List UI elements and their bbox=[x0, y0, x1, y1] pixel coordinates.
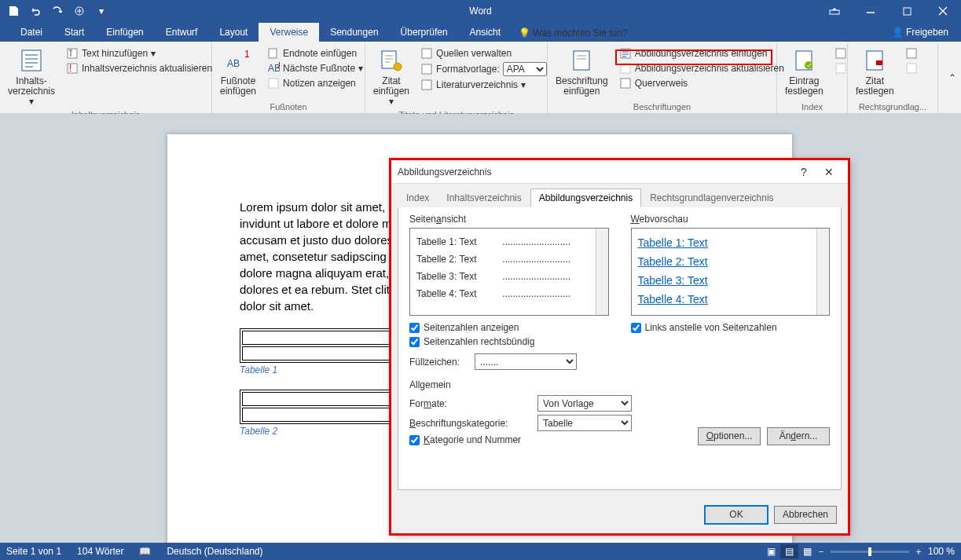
dialog-help-icon[interactable]: ? bbox=[791, 166, 816, 178]
show-page-numbers-label: Seitenzahlen anzeigen bbox=[424, 322, 519, 333]
read-mode-icon[interactable]: ▣ bbox=[767, 546, 776, 557]
scrollbar[interactable] bbox=[596, 229, 608, 315]
tab-mailings[interactable]: Sendungen bbox=[319, 23, 389, 42]
share-button[interactable]: 👤 Freigeben bbox=[886, 24, 955, 40]
language-indicator[interactable]: Deutsch (Deutschland) bbox=[167, 546, 262, 557]
dialog-tab-index[interactable]: Index bbox=[398, 188, 438, 207]
print-preview-box: Tabelle 1: Text.........................… bbox=[409, 228, 609, 316]
links-instead-check[interactable]: Links anstelle von Seitenzahlen bbox=[631, 322, 831, 333]
toc-button-label: Inhalts- verzeichnis bbox=[8, 76, 55, 97]
modify-button[interactable]: Ändern... bbox=[767, 427, 830, 445]
dialog-tab-toa[interactable]: Rechtsgrundlagenverzeichnis bbox=[641, 188, 782, 207]
redo-icon[interactable] bbox=[47, 2, 68, 20]
group-footnotes-label: Fußnoten bbox=[217, 101, 360, 113]
close-icon[interactable] bbox=[925, 0, 961, 22]
update-tof-button[interactable]: Abbildungsverzeichnis aktualisieren bbox=[616, 61, 787, 75]
mark-citation-label: Zitat festlegen bbox=[856, 76, 894, 97]
update-toc-label: Inhaltsverzeichnis aktualisieren bbox=[82, 63, 212, 74]
tab-insert[interactable]: Einfügen bbox=[95, 23, 154, 42]
formats-select[interactable]: Von Vorlage bbox=[537, 395, 632, 412]
tab-review[interactable]: Überprüfen bbox=[390, 23, 459, 42]
style-select[interactable]: APA bbox=[503, 62, 547, 76]
right-align-label: Seitenzahlen rechtsbündig bbox=[424, 336, 534, 347]
right-align-check[interactable]: Seitenzahlen rechtsbündig bbox=[409, 336, 609, 347]
toc-button[interactable]: Inhalts- verzeichnis▾ bbox=[5, 45, 58, 108]
svg-text:AB: AB bbox=[227, 58, 240, 69]
tab-design[interactable]: Entwurf bbox=[155, 23, 209, 42]
show-page-numbers-check[interactable]: Seitenzahlen anzeigen bbox=[409, 322, 609, 333]
svg-rect-15 bbox=[422, 49, 431, 58]
web-layout-icon[interactable]: ▦ bbox=[803, 546, 812, 557]
svg-rect-20 bbox=[621, 64, 630, 73]
dialog-close-icon[interactable]: ✕ bbox=[816, 166, 842, 178]
mark-entry-button[interactable]: Eintrag festlegen bbox=[782, 45, 827, 101]
dialog-title: Abbildungsverzeichnis bbox=[398, 167, 791, 178]
show-notes-button[interactable]: Notizen anzeigen bbox=[264, 76, 366, 90]
word-count[interactable]: 104 Wörter bbox=[77, 546, 123, 557]
svg-text:1: 1 bbox=[244, 49, 250, 60]
quick-access-toolbar: ▾ bbox=[3, 2, 112, 20]
web-link: Tabelle 2: Text bbox=[636, 252, 825, 271]
collapse-ribbon-icon[interactable]: ⌃ bbox=[948, 72, 956, 83]
zoom-level[interactable]: 100 % bbox=[928, 546, 955, 557]
crossref-button[interactable]: Querverweis bbox=[616, 76, 787, 90]
zoom-slider[interactable] bbox=[831, 551, 909, 553]
mark-entry-label: Eintrag festlegen bbox=[785, 76, 823, 97]
svg-rect-17 bbox=[422, 80, 431, 90]
zoom-in-icon[interactable]: ＋ bbox=[914, 545, 923, 558]
insert-toa-icon[interactable] bbox=[902, 46, 921, 60]
mark-citation-button[interactable]: Zitat festlegen bbox=[853, 45, 897, 101]
maximize-icon[interactable] bbox=[889, 0, 925, 22]
endnote-label: Endnote einfügen bbox=[283, 48, 357, 59]
dialog-tab-tof[interactable]: Abbildungsverzeichnis bbox=[530, 188, 641, 207]
scrollbar[interactable] bbox=[816, 229, 829, 315]
add-text-button[interactable]: Text hinzufügen ▾ bbox=[63, 46, 215, 60]
svg-rect-27 bbox=[876, 60, 882, 65]
svg-rect-29 bbox=[907, 64, 916, 73]
update-toc-button[interactable]: !Inhaltsverzeichnis aktualisieren bbox=[63, 61, 215, 75]
proofing-icon[interactable]: 📖 bbox=[139, 546, 151, 557]
svg-rect-25 bbox=[836, 64, 845, 73]
statusbar: Seite 1 von 1 104 Wörter 📖 Deutsch (Deut… bbox=[0, 543, 961, 560]
manage-sources-button[interactable]: Quellen verwalten bbox=[417, 46, 550, 60]
next-footnote-button[interactable]: AB1Nächste Fußnote ▾ bbox=[264, 61, 366, 75]
touch-mode-icon[interactable] bbox=[69, 2, 90, 20]
tab-home[interactable]: Start bbox=[53, 23, 95, 42]
svg-rect-24 bbox=[836, 49, 845, 58]
svg-rect-16 bbox=[422, 64, 431, 74]
insert-tof-button[interactable]: Abbildungsverzeichnis einfügen bbox=[616, 46, 787, 60]
tab-references[interactable]: Verweise bbox=[259, 23, 319, 42]
insert-caption-label: Beschriftung einfügen bbox=[556, 76, 608, 97]
bibliography-button[interactable]: Literaturverzeichnis ▾ bbox=[417, 78, 550, 92]
svg-rect-21 bbox=[621, 79, 630, 88]
style-label: Formatvorlage: bbox=[436, 64, 500, 75]
minimize-icon[interactable] bbox=[853, 0, 889, 22]
leader-select[interactable]: ....... bbox=[475, 353, 577, 370]
update-toa-icon[interactable] bbox=[902, 61, 921, 75]
zoom-out-icon[interactable]: － bbox=[816, 545, 826, 558]
insert-tof-label: Abbildungsverzeichnis einfügen bbox=[635, 48, 768, 59]
tab-view[interactable]: Ansicht bbox=[459, 23, 512, 42]
print-layout-icon[interactable]: ▤ bbox=[780, 544, 798, 558]
cancel-button[interactable]: Abbrechen bbox=[774, 506, 837, 524]
ok-button[interactable]: OK bbox=[705, 506, 768, 524]
page-indicator[interactable]: Seite 1 von 1 bbox=[6, 546, 61, 557]
caption-label-select[interactable]: Tabelle bbox=[537, 415, 632, 431]
tab-layout[interactable]: Layout bbox=[208, 23, 259, 42]
save-icon[interactable] bbox=[3, 2, 24, 20]
svg-rect-12 bbox=[269, 79, 278, 88]
ribbon-options-icon[interactable] bbox=[816, 0, 853, 22]
insert-caption-button[interactable]: Beschriftung einfügen bbox=[552, 45, 611, 101]
group-toa-label: Rechtsgrundlag... bbox=[853, 101, 933, 113]
tab-file[interactable]: Datei bbox=[9, 23, 53, 42]
dialog-tab-toc[interactable]: Inhaltsverzeichnis bbox=[438, 188, 530, 207]
web-preview-label: Webvorschau bbox=[631, 214, 831, 225]
undo-icon[interactable] bbox=[25, 2, 46, 20]
options-button[interactable]: Optionen... bbox=[698, 427, 761, 445]
tell-me[interactable]: 💡 Was möchten Sie tun? bbox=[519, 27, 628, 38]
ribbon: Inhalts- verzeichnis▾ Text hinzufügen ▾ … bbox=[0, 42, 961, 114]
footnote-button[interactable]: AB1 Fußnote einfügen bbox=[217, 45, 259, 101]
insert-citation-button[interactable]: Zitat einfügen▾ bbox=[370, 45, 413, 108]
customize-icon[interactable]: ▾ bbox=[91, 2, 112, 20]
endnote-button[interactable]: Endnote einfügen bbox=[264, 46, 366, 60]
